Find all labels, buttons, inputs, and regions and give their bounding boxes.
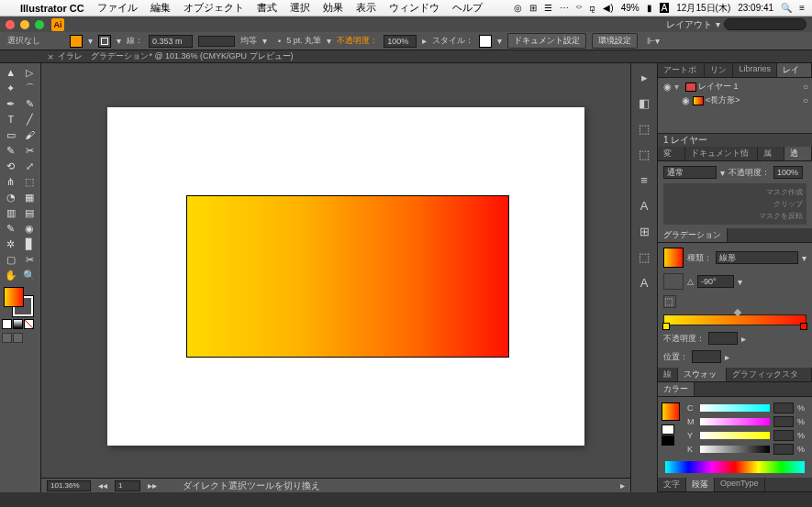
tab-stroke[interactable]: 線 bbox=[658, 368, 678, 381]
layout-label[interactable]: レイアウト bbox=[666, 18, 712, 31]
type-tool[interactable]: T bbox=[2, 112, 20, 127]
chevron-down-icon[interactable]: ▾ bbox=[497, 36, 502, 46]
chevron-right-icon[interactable]: ▸ bbox=[741, 334, 746, 344]
chevron-right-icon[interactable]: ▸ bbox=[422, 36, 427, 46]
tab-artboards[interactable]: アートボード bbox=[658, 63, 705, 77]
magic-wand-tool[interactable]: ✦ bbox=[2, 81, 20, 95]
menu-icon[interactable]: ≡ bbox=[799, 3, 805, 13]
visibility-icon[interactable]: ◉ bbox=[662, 82, 673, 93]
nav-prev-icon[interactable]: ◂◂ bbox=[98, 480, 107, 490]
tab-layers[interactable]: レイヤー bbox=[777, 63, 812, 77]
dock-transform-icon[interactable]: A bbox=[636, 274, 652, 291]
dock-pathfinder-icon[interactable]: ⬚ bbox=[636, 248, 652, 265]
blend-tool[interactable]: ◉ bbox=[21, 221, 39, 236]
stroke-swatch[interactable] bbox=[98, 35, 111, 48]
eyedropper-tool[interactable]: ✎ bbox=[2, 221, 20, 236]
ime-icon[interactable]: A bbox=[660, 3, 670, 13]
paintbrush-tool[interactable]: 🖌 bbox=[21, 127, 39, 142]
clip-checkbox[interactable]: クリップ bbox=[773, 199, 803, 209]
artboard-nav-input[interactable] bbox=[115, 480, 140, 491]
gradient-rectangle-shape[interactable] bbox=[186, 195, 509, 358]
opacity-input[interactable] bbox=[773, 166, 803, 179]
blend-mode-select[interactable]: 通常 bbox=[663, 166, 717, 179]
document-setup-button[interactable]: ドキュメント設定 bbox=[507, 33, 586, 49]
dock-properties-icon[interactable]: ▸ bbox=[636, 69, 652, 85]
pencil-tool[interactable]: ✎ bbox=[2, 143, 20, 158]
tab-gradient[interactable]: グラデーション bbox=[658, 228, 728, 242]
color-mode-none[interactable] bbox=[24, 319, 34, 329]
slice-tool[interactable]: ✂ bbox=[21, 252, 39, 267]
tab-libraries[interactable]: Libraries bbox=[733, 63, 777, 77]
gradient-tool[interactable]: ▤ bbox=[21, 205, 39, 220]
expand-icon[interactable]: ▾ bbox=[674, 82, 684, 92]
chevron-down-icon[interactable]: ▾ bbox=[716, 19, 720, 29]
dock-color-icon[interactable]: ◧ bbox=[636, 94, 652, 111]
artboard-tool[interactable]: ▢ bbox=[2, 252, 20, 267]
canvas-area[interactable]: ◂◂ ▸▸ ダイレクト選択ツールを切り換え ▸ bbox=[41, 63, 630, 492]
yellow-slider[interactable] bbox=[700, 432, 770, 439]
shape-builder-tool[interactable]: ◔ bbox=[2, 190, 20, 204]
cyan-slider[interactable] bbox=[700, 404, 770, 412]
tab-links[interactable]: リンク bbox=[705, 63, 734, 77]
tab-color[interactable]: カラー bbox=[658, 382, 695, 396]
object-name[interactable]: <長方形> bbox=[706, 94, 740, 106]
layer-row[interactable]: ◉ <長方形> ○ bbox=[662, 94, 808, 107]
app-name[interactable]: Illustrator CC bbox=[20, 3, 84, 14]
screen-mode-normal[interactable] bbox=[2, 333, 12, 343]
tab-swatches[interactable]: スウォッチ bbox=[678, 368, 727, 381]
yellow-value[interactable] bbox=[773, 430, 794, 441]
fill-stroke-control[interactable] bbox=[2, 287, 35, 316]
menu-help[interactable]: ヘルプ bbox=[452, 1, 483, 15]
tab-paragraph[interactable]: 段落 bbox=[686, 478, 715, 491]
dock-type-icon[interactable]: A bbox=[636, 197, 652, 214]
fill-swatch[interactable] bbox=[70, 35, 83, 48]
rectangle-tool[interactable]: ▭ bbox=[2, 127, 20, 142]
chevron-down-icon[interactable]: ▾ bbox=[117, 36, 121, 46]
eraser-tool[interactable]: ✂ bbox=[21, 143, 39, 158]
style-swatch[interactable] bbox=[479, 35, 492, 48]
minimize-window[interactable] bbox=[20, 20, 29, 29]
perspective-tool[interactable]: ▦ bbox=[21, 190, 39, 204]
dock-symbols-icon[interactable]: ⬚ bbox=[636, 146, 652, 162]
color-mode-solid[interactable] bbox=[2, 319, 12, 329]
stroke-weight-input[interactable] bbox=[149, 35, 193, 48]
nav-arrow-icon[interactable]: ▸ bbox=[620, 480, 625, 490]
gradient-angle-input[interactable] bbox=[697, 275, 734, 288]
menu-edit[interactable]: 編集 bbox=[150, 1, 171, 15]
menu-effect[interactable]: 効果 bbox=[323, 1, 343, 15]
maximize-window[interactable] bbox=[35, 20, 44, 29]
magenta-slider[interactable] bbox=[700, 418, 770, 425]
hand-tool[interactable]: ✋ bbox=[2, 268, 20, 282]
color-white-swatch[interactable] bbox=[662, 424, 674, 435]
tab-character[interactable]: 文字 bbox=[658, 478, 686, 491]
brush-label[interactable]: 5 pt. 丸筆 bbox=[286, 35, 321, 47]
chevron-down-icon[interactable]: ▾ bbox=[88, 36, 93, 46]
selection-tool[interactable]: ▲ bbox=[2, 65, 20, 80]
align-icon[interactable]: ⊩▾ bbox=[647, 36, 660, 46]
curvature-tool[interactable]: ✎ bbox=[21, 96, 39, 111]
close-window[interactable] bbox=[6, 20, 15, 29]
scale-tool[interactable]: ⤢ bbox=[21, 159, 39, 173]
tab-docinfo[interactable]: ドキュメント情報 bbox=[685, 147, 758, 160]
make-mask-button[interactable]: マスク作成 bbox=[766, 187, 803, 197]
dock-brushes-icon[interactable]: ⬚ bbox=[636, 120, 652, 137]
chevron-down-icon[interactable]: ▾ bbox=[720, 168, 725, 178]
target-icon[interactable]: ○ bbox=[803, 82, 808, 92]
screen-mode-full[interactable] bbox=[13, 333, 23, 343]
black-slider[interactable] bbox=[700, 446, 770, 453]
gradient-slider[interactable] bbox=[663, 314, 806, 325]
search-icon[interactable]: 🔍 bbox=[781, 3, 792, 13]
target-icon[interactable]: ○ bbox=[803, 95, 808, 105]
tab-attributes[interactable]: 属性 bbox=[758, 147, 785, 160]
tab-transform[interactable]: 変形 bbox=[658, 147, 685, 160]
color-mode-gradient[interactable] bbox=[13, 319, 23, 329]
menu-select[interactable]: 選択 bbox=[290, 1, 310, 15]
tab-graphic-styles[interactable]: グラフィックスタイル bbox=[727, 368, 812, 381]
fill-color[interactable] bbox=[4, 287, 24, 307]
color-fill-swatch[interactable] bbox=[662, 402, 680, 421]
cyan-value[interactable] bbox=[773, 402, 794, 413]
layer-name[interactable]: レイヤー 1 bbox=[698, 81, 739, 93]
dock-stroke-icon[interactable]: ≡ bbox=[636, 171, 652, 188]
zoom-input[interactable] bbox=[47, 480, 91, 491]
line-tool[interactable]: ╱ bbox=[21, 112, 39, 127]
